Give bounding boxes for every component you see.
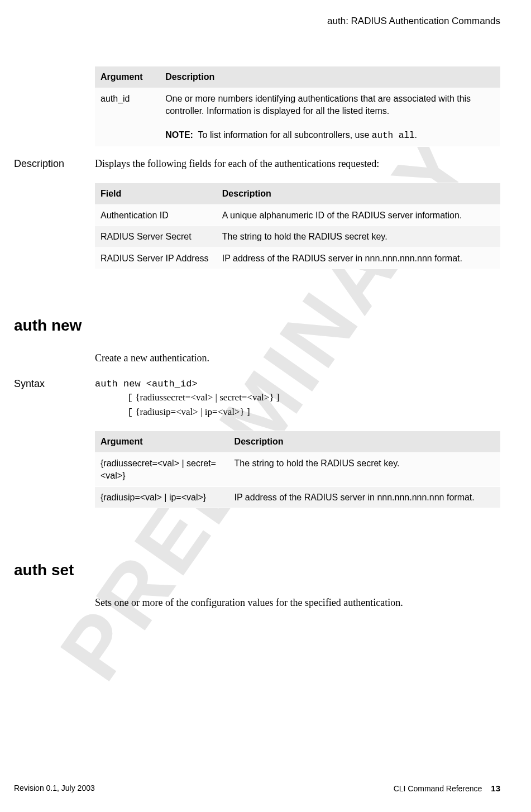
cell-argument: {radiusip=<val> | ip=<val>}	[95, 486, 229, 508]
page-content: auth: RADIUS Authentication Commands Arg…	[0, 0, 531, 610]
argument-table-auth-id: Argument Description auth_id One or more…	[95, 66, 500, 147]
cell-field: RADIUS Server IP Address	[95, 247, 217, 269]
heading-auth-new: auth new	[14, 317, 500, 335]
cell-text: One or more numbers identifying authenti…	[165, 94, 471, 116]
table-row: {radiussecret=<val> | secret=<val>} The …	[95, 453, 500, 486]
table-header-argument: Argument	[95, 431, 229, 453]
table-header-description: Description	[217, 183, 500, 204]
table-header-description: Description	[160, 66, 500, 88]
description-text: Displays the following fields for each o…	[95, 157, 500, 171]
syntax-bracket: [	[127, 393, 133, 403]
syntax-line-3: {radiusip=<val> | ip=<val>} ]	[133, 407, 250, 417]
table-row: RADIUS Server Secret The string to hold …	[95, 226, 500, 248]
syntax-bracket: [	[127, 407, 133, 418]
cell-field: RADIUS Server Secret	[95, 226, 217, 248]
table-header-argument: Argument	[95, 66, 160, 88]
cell-description: One or more numbers identifying authenti…	[160, 88, 500, 147]
cell-argument: {radiussecret=<val> | secret=<val>}	[95, 453, 229, 486]
cell-description: IP address of the RADIUS server in nnn.n…	[217, 247, 500, 269]
cell-field: Authentication ID	[95, 204, 217, 226]
inline-code: auth all	[372, 131, 415, 141]
footer-page-number: 13	[491, 784, 500, 793]
table-row: {radiusip=<val> | ip=<val>} IP address o…	[95, 486, 500, 508]
section-label-syntax: Syntax	[14, 377, 95, 420]
syntax-block: auth new <auth_id> [ {radiussecret=<val>…	[95, 377, 500, 420]
cell-argument: auth_id	[95, 88, 160, 147]
heading-auth-set: auth set	[14, 561, 500, 579]
table-row: auth_id One or more numbers identifying …	[95, 88, 500, 147]
argument-table-auth-new: Argument Description {radiussecret=<val>…	[95, 431, 500, 508]
section-label-description: Description	[14, 157, 95, 171]
cell-description: IP address of the RADIUS server in nnn.n…	[229, 486, 500, 508]
running-header: auth: RADIUS Authentication Commands	[14, 0, 500, 66]
note-tail: .	[415, 130, 417, 140]
empty-side	[14, 596, 95, 610]
cell-description: The string to hold the RADIUS secret key…	[217, 226, 500, 248]
field-description-table: Field Description Authentication ID A un…	[95, 183, 500, 270]
page-footer: Revision 0.1, July 2003 CLI Command Refe…	[0, 784, 531, 793]
cell-description: The string to hold the RADIUS secret key…	[229, 453, 500, 486]
auth-set-intro: Sets one or more of the configuration va…	[95, 596, 500, 610]
table-row: RADIUS Server IP Address IP address of t…	[95, 247, 500, 269]
footer-doc-title: CLI Command Reference	[394, 784, 482, 793]
empty-side	[14, 351, 95, 365]
cell-description: A unique alphanumeric ID of the RADIUS s…	[217, 204, 500, 226]
note-text: To list information for all subcontrolle…	[198, 130, 372, 140]
table-header-field: Field	[95, 183, 217, 204]
footer-revision: Revision 0.1, July 2003	[14, 784, 95, 792]
auth-new-intro: Create a new authentication.	[95, 351, 500, 365]
syntax-line-1: auth new <auth_id>	[95, 379, 198, 389]
note-label: NOTE:	[165, 130, 193, 140]
table-header-description: Description	[229, 431, 500, 453]
table-row: Authentication ID A unique alphanumeric …	[95, 204, 500, 226]
syntax-line-2: {radiussecret=<val> | secret=<val>} ]	[133, 392, 279, 403]
